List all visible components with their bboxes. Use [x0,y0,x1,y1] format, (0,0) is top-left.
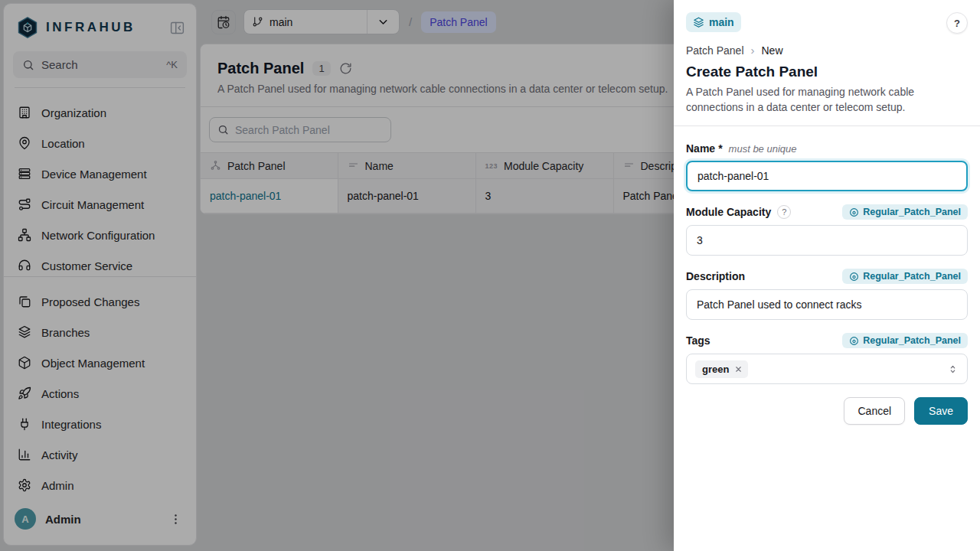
profile-badge[interactable]: Regular_Patch_Panel [842,333,968,348]
tag-chip-label: green [702,364,729,375]
profile-badge[interactable]: Regular_Patch_Panel [842,269,968,284]
field-description: Description Regular_Patch_Panel [686,269,968,320]
breadcrumb-current: New [762,44,783,57]
name-hint: must be unique [729,143,797,155]
help-button[interactable]: ? [946,12,968,34]
create-form: Name * must be unique Module Capacity ? … [674,126,980,425]
profile-icon [849,272,859,282]
branch-badge: main [686,12,741,32]
chevrons-up-down-icon [947,364,959,375]
profile-badge-label: Regular_Patch_Panel [863,335,961,346]
chevron-right-icon: › [751,44,755,57]
field-module-capacity: Module Capacity ? Regular_Patch_Panel [686,204,968,256]
name-input[interactable] [686,161,968,191]
save-button[interactable]: Save [914,397,968,425]
drawer-title: Create Patch Panel [686,64,968,80]
tags-select[interactable]: green [686,354,968,384]
branch-badge-label: main [709,16,734,28]
required-mark: * [718,142,722,155]
help-tooltip-icon[interactable]: ? [777,205,791,219]
tags-label: Tags [686,334,710,347]
field-tags: Tags Regular_Patch_Panel green [686,333,968,384]
profile-badge[interactable]: Regular_Patch_Panel [842,204,968,220]
cancel-button[interactable]: Cancel [844,397,905,425]
module-capacity-input[interactable] [686,225,968,256]
drawer-breadcrumb: Patch Panel › New [686,44,968,57]
drawer-description: A Patch Panel used for managing network … [686,84,968,126]
name-label: Name [686,142,715,155]
create-patch-panel-drawer: main ? Patch Panel › New Create Patch Pa… [674,0,980,551]
profile-icon [849,336,859,346]
remove-tag-icon[interactable] [734,365,743,373]
field-name: Name * must be unique [686,142,968,191]
layers-icon [693,17,704,28]
drawer-header: main ? Patch Panel › New Create Patch Pa… [674,0,980,126]
profile-badge-label: Regular_Patch_Panel [863,207,961,217]
breadcrumb-parent: Patch Panel [686,44,744,57]
module-capacity-label: Module Capacity [686,206,771,218]
tag-chip-green: green [695,360,748,378]
form-actions: Cancel Save [686,397,968,425]
profile-icon [849,207,859,217]
profile-badge-label: Regular_Patch_Panel [863,271,961,282]
description-label: Description [686,270,745,282]
description-input[interactable] [686,289,968,320]
